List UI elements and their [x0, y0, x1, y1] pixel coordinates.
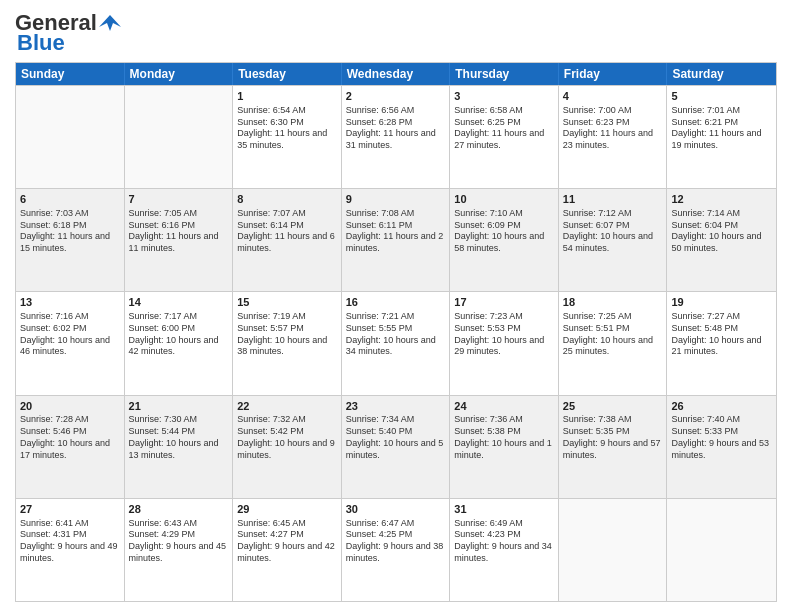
day-cell-29: 29Sunrise: 6:45 AM Sunset: 4:27 PM Dayli… — [233, 499, 342, 601]
empty-cell — [667, 499, 776, 601]
day-info: Sunrise: 7:27 AM Sunset: 5:48 PM Dayligh… — [671, 311, 772, 358]
day-cell-12: 12Sunrise: 7:14 AM Sunset: 6:04 PM Dayli… — [667, 189, 776, 291]
day-info: Sunrise: 6:41 AM Sunset: 4:31 PM Dayligh… — [20, 518, 120, 565]
day-number: 25 — [563, 399, 663, 414]
week-row-3: 13Sunrise: 7:16 AM Sunset: 6:02 PM Dayli… — [16, 291, 776, 394]
day-number: 5 — [671, 89, 772, 104]
day-number: 11 — [563, 192, 663, 207]
calendar-header: SundayMondayTuesdayWednesdayThursdayFrid… — [16, 63, 776, 85]
empty-cell — [125, 86, 234, 188]
day-cell-7: 7Sunrise: 7:05 AM Sunset: 6:16 PM Daylig… — [125, 189, 234, 291]
day-number: 23 — [346, 399, 446, 414]
day-cell-27: 27Sunrise: 6:41 AM Sunset: 4:31 PM Dayli… — [16, 499, 125, 601]
week-row-4: 20Sunrise: 7:28 AM Sunset: 5:46 PM Dayli… — [16, 395, 776, 498]
header-day-monday: Monday — [125, 63, 234, 85]
day-cell-9: 9Sunrise: 7:08 AM Sunset: 6:11 PM Daylig… — [342, 189, 451, 291]
day-info: Sunrise: 7:28 AM Sunset: 5:46 PM Dayligh… — [20, 414, 120, 461]
day-info: Sunrise: 7:19 AM Sunset: 5:57 PM Dayligh… — [237, 311, 337, 358]
day-info: Sunrise: 6:58 AM Sunset: 6:25 PM Dayligh… — [454, 105, 554, 152]
day-cell-5: 5Sunrise: 7:01 AM Sunset: 6:21 PM Daylig… — [667, 86, 776, 188]
svg-marker-0 — [99, 15, 121, 31]
day-cell-6: 6Sunrise: 7:03 AM Sunset: 6:18 PM Daylig… — [16, 189, 125, 291]
day-number: 29 — [237, 502, 337, 517]
day-number: 3 — [454, 89, 554, 104]
day-info: Sunrise: 7:38 AM Sunset: 5:35 PM Dayligh… — [563, 414, 663, 461]
day-cell-23: 23Sunrise: 7:34 AM Sunset: 5:40 PM Dayli… — [342, 396, 451, 498]
calendar: SundayMondayTuesdayWednesdayThursdayFrid… — [15, 62, 777, 602]
day-info: Sunrise: 7:40 AM Sunset: 5:33 PM Dayligh… — [671, 414, 772, 461]
week-row-1: 1Sunrise: 6:54 AM Sunset: 6:30 PM Daylig… — [16, 85, 776, 188]
day-cell-19: 19Sunrise: 7:27 AM Sunset: 5:48 PM Dayli… — [667, 292, 776, 394]
day-info: Sunrise: 7:21 AM Sunset: 5:55 PM Dayligh… — [346, 311, 446, 358]
empty-cell — [559, 499, 668, 601]
day-info: Sunrise: 7:36 AM Sunset: 5:38 PM Dayligh… — [454, 414, 554, 461]
day-number: 8 — [237, 192, 337, 207]
day-info: Sunrise: 7:03 AM Sunset: 6:18 PM Dayligh… — [20, 208, 120, 255]
logo-blue-text: Blue — [17, 30, 65, 56]
day-cell-14: 14Sunrise: 7:17 AM Sunset: 6:00 PM Dayli… — [125, 292, 234, 394]
day-info: Sunrise: 7:25 AM Sunset: 5:51 PM Dayligh… — [563, 311, 663, 358]
day-info: Sunrise: 7:17 AM Sunset: 6:00 PM Dayligh… — [129, 311, 229, 358]
day-info: Sunrise: 7:12 AM Sunset: 6:07 PM Dayligh… — [563, 208, 663, 255]
day-number: 27 — [20, 502, 120, 517]
day-number: 16 — [346, 295, 446, 310]
day-info: Sunrise: 6:43 AM Sunset: 4:29 PM Dayligh… — [129, 518, 229, 565]
day-cell-28: 28Sunrise: 6:43 AM Sunset: 4:29 PM Dayli… — [125, 499, 234, 601]
day-number: 7 — [129, 192, 229, 207]
week-row-5: 27Sunrise: 6:41 AM Sunset: 4:31 PM Dayli… — [16, 498, 776, 601]
day-info: Sunrise: 7:23 AM Sunset: 5:53 PM Dayligh… — [454, 311, 554, 358]
day-cell-3: 3Sunrise: 6:58 AM Sunset: 6:25 PM Daylig… — [450, 86, 559, 188]
day-info: Sunrise: 6:45 AM Sunset: 4:27 PM Dayligh… — [237, 518, 337, 565]
day-number: 20 — [20, 399, 120, 414]
day-number: 12 — [671, 192, 772, 207]
week-row-2: 6Sunrise: 7:03 AM Sunset: 6:18 PM Daylig… — [16, 188, 776, 291]
day-cell-4: 4Sunrise: 7:00 AM Sunset: 6:23 PM Daylig… — [559, 86, 668, 188]
day-cell-18: 18Sunrise: 7:25 AM Sunset: 5:51 PM Dayli… — [559, 292, 668, 394]
header: General Blue — [15, 10, 777, 56]
empty-cell — [16, 86, 125, 188]
day-info: Sunrise: 6:49 AM Sunset: 4:23 PM Dayligh… — [454, 518, 554, 565]
day-cell-10: 10Sunrise: 7:10 AM Sunset: 6:09 PM Dayli… — [450, 189, 559, 291]
day-info: Sunrise: 7:14 AM Sunset: 6:04 PM Dayligh… — [671, 208, 772, 255]
day-info: Sunrise: 6:47 AM Sunset: 4:25 PM Dayligh… — [346, 518, 446, 565]
day-number: 14 — [129, 295, 229, 310]
day-number: 15 — [237, 295, 337, 310]
header-day-saturday: Saturday — [667, 63, 776, 85]
day-cell-8: 8Sunrise: 7:07 AM Sunset: 6:14 PM Daylig… — [233, 189, 342, 291]
day-info: Sunrise: 7:10 AM Sunset: 6:09 PM Dayligh… — [454, 208, 554, 255]
day-info: Sunrise: 6:54 AM Sunset: 6:30 PM Dayligh… — [237, 105, 337, 152]
day-cell-22: 22Sunrise: 7:32 AM Sunset: 5:42 PM Dayli… — [233, 396, 342, 498]
day-cell-31: 31Sunrise: 6:49 AM Sunset: 4:23 PM Dayli… — [450, 499, 559, 601]
day-cell-26: 26Sunrise: 7:40 AM Sunset: 5:33 PM Dayli… — [667, 396, 776, 498]
day-info: Sunrise: 7:30 AM Sunset: 5:44 PM Dayligh… — [129, 414, 229, 461]
day-number: 24 — [454, 399, 554, 414]
day-cell-17: 17Sunrise: 7:23 AM Sunset: 5:53 PM Dayli… — [450, 292, 559, 394]
day-cell-13: 13Sunrise: 7:16 AM Sunset: 6:02 PM Dayli… — [16, 292, 125, 394]
day-number: 1 — [237, 89, 337, 104]
day-info: Sunrise: 7:00 AM Sunset: 6:23 PM Dayligh… — [563, 105, 663, 152]
day-number: 13 — [20, 295, 120, 310]
day-number: 17 — [454, 295, 554, 310]
day-number: 22 — [237, 399, 337, 414]
day-number: 31 — [454, 502, 554, 517]
day-number: 10 — [454, 192, 554, 207]
header-day-sunday: Sunday — [16, 63, 125, 85]
day-info: Sunrise: 7:32 AM Sunset: 5:42 PM Dayligh… — [237, 414, 337, 461]
day-number: 18 — [563, 295, 663, 310]
header-day-wednesday: Wednesday — [342, 63, 451, 85]
day-cell-11: 11Sunrise: 7:12 AM Sunset: 6:07 PM Dayli… — [559, 189, 668, 291]
day-info: Sunrise: 7:01 AM Sunset: 6:21 PM Dayligh… — [671, 105, 772, 152]
day-info: Sunrise: 7:05 AM Sunset: 6:16 PM Dayligh… — [129, 208, 229, 255]
logo-bird-icon — [99, 13, 121, 33]
day-info: Sunrise: 6:56 AM Sunset: 6:28 PM Dayligh… — [346, 105, 446, 152]
day-info: Sunrise: 7:08 AM Sunset: 6:11 PM Dayligh… — [346, 208, 446, 255]
header-day-thursday: Thursday — [450, 63, 559, 85]
day-number: 21 — [129, 399, 229, 414]
day-number: 6 — [20, 192, 120, 207]
day-number: 9 — [346, 192, 446, 207]
day-cell-21: 21Sunrise: 7:30 AM Sunset: 5:44 PM Dayli… — [125, 396, 234, 498]
day-number: 19 — [671, 295, 772, 310]
day-number: 28 — [129, 502, 229, 517]
logo: General Blue — [15, 10, 121, 56]
header-day-tuesday: Tuesday — [233, 63, 342, 85]
